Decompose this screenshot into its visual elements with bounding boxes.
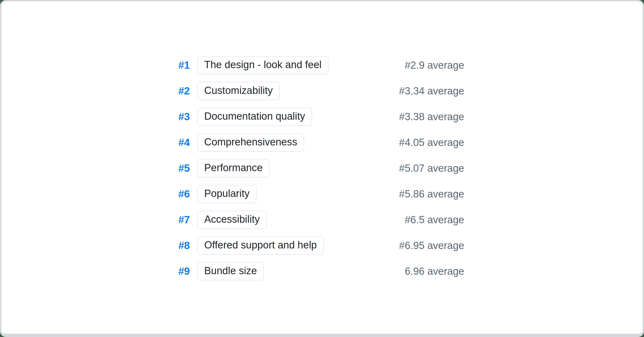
option-chip[interactable]: Documentation quality — [197, 108, 312, 126]
average-score: #6.5 average — [405, 214, 464, 226]
results-card: #1 The design - look and feel #2.9 avera… — [0, 0, 644, 337]
option-chip[interactable]: The design - look and feel — [197, 56, 328, 74]
list-item: #2 Customizability #3.34 average — [1, 78, 464, 104]
option-chip[interactable]: Comprehensiveness — [197, 133, 304, 152]
rank-number: #8 — [155, 240, 190, 251]
average-score: #3.34 average — [399, 85, 464, 97]
list-item: #7 Accessibility #6.5 average — [1, 207, 464, 233]
rank-number: #1 — [155, 59, 190, 71]
rank-number: #6 — [155, 188, 190, 200]
ranking-list: #1 The design - look and feel #2.9 avera… — [1, 1, 643, 284]
average-score: #4.05 average — [399, 137, 464, 148]
rank-number: #7 — [155, 214, 190, 226]
list-item: #1 The design - look and feel #2.9 avera… — [1, 52, 464, 78]
option-chip[interactable]: Bundle size — [197, 262, 264, 280]
option-chip[interactable]: Customizability — [197, 82, 280, 100]
list-item: #9 Bundle size 6.96 average — [1, 258, 464, 284]
rank-number: #5 — [155, 162, 190, 174]
average-score: #5.86 average — [399, 188, 464, 200]
average-score: #3.38 average — [399, 111, 464, 123]
rank-number: #4 — [155, 137, 190, 148]
rank-number: #2 — [155, 85, 190, 97]
list-item: #3 Documentation quality #3.38 average — [1, 104, 464, 130]
list-item: #5 Performance #5.07 average — [1, 155, 464, 181]
option-chip[interactable]: Performance — [197, 159, 270, 177]
average-score: #5.07 average — [399, 163, 464, 174]
average-score: 6.96 average — [405, 266, 464, 277]
option-chip[interactable]: Accessibility — [197, 211, 267, 229]
rank-number: #3 — [155, 111, 190, 123]
list-item: #6 Popularity #5.86 average — [1, 181, 464, 207]
list-item: #4 Comprehensiveness #4.05 average — [1, 130, 464, 155]
option-chip[interactable]: Offered support and help — [197, 236, 324, 255]
rank-number: #9 — [155, 265, 190, 277]
average-score: #6.95 average — [399, 240, 464, 251]
average-score: #2.9 average — [405, 60, 464, 71]
option-chip[interactable]: Popularity — [197, 185, 257, 203]
list-item: #8 Offered support and help #6.95 averag… — [1, 233, 464, 258]
